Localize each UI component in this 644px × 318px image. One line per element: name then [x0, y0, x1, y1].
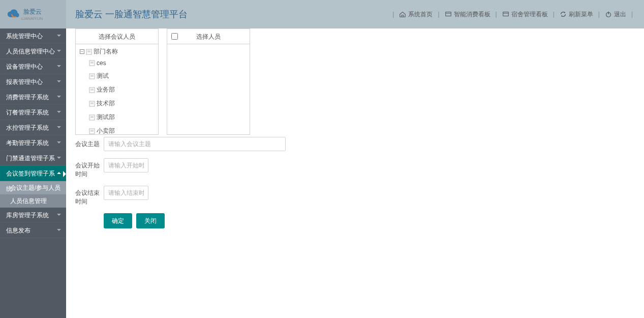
meeting-end-input[interactable] [104, 186, 148, 200]
tree-node[interactable]: 测试部 [78, 110, 156, 124]
file-icon [89, 73, 95, 79]
tree-node-label: 业务部 [97, 85, 115, 94]
sidebar-item[interactable]: 库房管理子系统 [0, 208, 66, 223]
tree-node-label: 测试 [97, 72, 109, 80]
tree-node-label: 技术部 [97, 99, 115, 108]
header-link-label: 退出 [614, 10, 626, 19]
header-link-label: 宿舍管理看板 [511, 10, 548, 19]
header-link-label: 刷新菜单 [569, 10, 593, 19]
header-link-label: 智能消费看板 [454, 10, 490, 19]
logo-sub: LIANAIYUN [21, 16, 43, 21]
sidebar-item[interactable]: 订餐管理子系统 [0, 105, 66, 120]
file-icon [89, 101, 95, 107]
svg-rect-0 [445, 12, 451, 16]
start-label: 会议开始时间 [75, 158, 104, 179]
confirm-button[interactable]: 确定 [104, 213, 132, 228]
meeting-start-input[interactable] [104, 158, 148, 172]
svg-rect-2 [503, 12, 508, 16]
app-title: 脸爱云 一脸通智慧管理平台 [75, 8, 188, 20]
tree-node-label: 测试部 [97, 113, 115, 122]
tree-node[interactable]: 技术部 [78, 97, 156, 110]
logo-name: 脸爱云 [23, 8, 43, 16]
cloud-icon [6, 7, 21, 22]
tree-node[interactable]: ces [78, 57, 156, 69]
divider: | [553, 11, 555, 18]
sidebar-item[interactable]: 设备管理中心 [0, 59, 66, 74]
panel-title: 选择人员 [196, 33, 221, 40]
tree-node[interactable]: 小卖部 [78, 124, 156, 134]
divider: | [598, 11, 600, 18]
tree-node-label: ces [97, 60, 106, 67]
panel-select-person: 选择人员 [167, 28, 250, 135]
sidebar-item[interactable]: 水控管理子系统 [0, 120, 66, 135]
header-link-power[interactable]: 退出 [602, 10, 629, 19]
main-content: 选择会议人员 − 部门名称 ces测试业务部技术部测试部小卖部 选择人员 会议主… [66, 28, 644, 318]
person-list [167, 44, 250, 134]
sidebar-item[interactable]: 信息发布 [0, 223, 66, 238]
sidebar-item[interactable]: 人员信息管理中心 [0, 44, 66, 59]
header-link-board[interactable]: 宿舍管理看板 [499, 10, 551, 19]
file-icon [89, 87, 95, 93]
tree-node-label: 小卖部 [97, 127, 115, 134]
collapse-icon[interactable]: − [80, 49, 84, 54]
tree-node[interactable]: 业务部 [78, 83, 156, 97]
file-icon [89, 114, 95, 121]
file-icon [89, 128, 95, 134]
file-icon [89, 60, 95, 66]
header-link-home[interactable]: 系统首页 [396, 10, 436, 19]
tree-root-label: 部门名称 [94, 47, 118, 56]
divider: | [438, 11, 439, 18]
header-link-board[interactable]: 智能消费看板 [442, 10, 494, 19]
sidebar-item[interactable]: 系统管理中心 [0, 28, 66, 44]
select-all-checkbox[interactable] [171, 33, 178, 40]
sidebar-item[interactable]: 考勤管理子系统 [0, 135, 66, 151]
header: 脸爱云 LIANAIYUN 脸爱云 一脸通智慧管理平台 |系统首页|智能消费看板… [0, 0, 644, 28]
logo: 脸爱云 LIANAIYUN [0, 0, 66, 28]
meeting-topic-input[interactable] [104, 137, 286, 151]
sidebar-item[interactable]: 门禁通道管理子系统 [0, 151, 66, 166]
divider: | [496, 11, 497, 18]
header-link-label: 系统首页 [408, 10, 433, 19]
dept-tree[interactable]: − 部门名称 ces测试业务部技术部测试部小卖部 [76, 44, 158, 134]
end-label: 会议结束时间 [75, 186, 104, 206]
panel-header: 选择人员 [167, 29, 250, 44]
file-icon [86, 49, 92, 55]
sidebar-item[interactable]: 会议签到管理子系统 [0, 166, 66, 181]
sidebar: 系统管理中心人员信息管理中心设备管理中心报表管理中心消费管理子系统订餐管理子系统… [0, 28, 66, 318]
sidebar-item[interactable]: 报表管理中心 [0, 74, 66, 90]
header-links: |系统首页|智能消费看板|宿舍管理看板|刷新菜单|退出| [390, 10, 644, 19]
header-link-refresh[interactable]: 刷新菜单 [557, 10, 596, 19]
meeting-form: 会议主题 会议开始时间 会议结束时间 确定 关闭 [75, 137, 635, 228]
panel-header: 选择会议人员 [76, 29, 158, 44]
tree-root[interactable]: − 部门名称 [78, 46, 156, 57]
close-button[interactable]: 关闭 [136, 213, 165, 228]
topic-label: 会议主题 [75, 137, 104, 149]
divider: | [631, 11, 633, 18]
tree-node[interactable]: 测试 [78, 69, 156, 83]
sidebar-item[interactable]: 消费管理子系统 [0, 90, 66, 105]
panel-select-meeting-members: 选择会议人员 − 部门名称 ces测试业务部技术部测试部小卖部 [75, 28, 159, 135]
divider: | [392, 11, 394, 18]
